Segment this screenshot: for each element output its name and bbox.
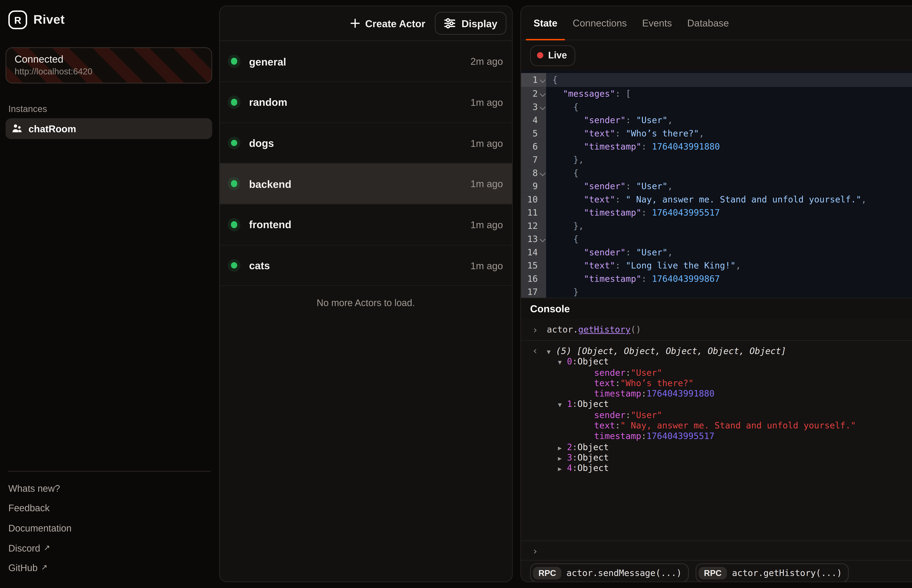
editor-code: } bbox=[546, 286, 912, 298]
status-dot-icon bbox=[231, 181, 237, 187]
sidebar-footer-links: Whats new?FeedbackDocumentationDiscord↗G… bbox=[8, 478, 211, 578]
plus-icon bbox=[350, 18, 360, 29]
fold-chevron-icon[interactable] bbox=[540, 236, 546, 242]
expand-open-icon[interactable]: ▼ bbox=[558, 358, 567, 368]
sidebar-link-documentation[interactable]: Documentation bbox=[8, 519, 211, 538]
console-row: ▶2: Object bbox=[521, 441, 912, 452]
rpc-chip-actor-sendmessage-[interactable]: RPCactor.sendMessage(...) bbox=[530, 564, 689, 582]
expand-closed-icon[interactable]: ▶ bbox=[558, 453, 567, 464]
live-toolbar: Live bbox=[521, 40, 912, 70]
status-dot-icon bbox=[231, 221, 237, 228]
line-number: 14 bbox=[521, 246, 546, 259]
actor-last-seen: 1m ago bbox=[470, 137, 503, 149]
line-number: 2 bbox=[521, 87, 546, 100]
console-prompt[interactable]: › bbox=[521, 541, 912, 560]
sidebar-link-github[interactable]: GitHub↗ bbox=[8, 558, 211, 578]
editor-code: "text": "Long live the King!", bbox=[546, 259, 912, 272]
expand-closed-icon[interactable]: ▶ bbox=[558, 443, 567, 453]
sidebar-divider bbox=[8, 471, 211, 472]
history-method: getHistory bbox=[578, 324, 631, 335]
console-row: ▼1: Object bbox=[521, 399, 912, 409]
line-number: 15 bbox=[521, 259, 546, 272]
console-title: Console bbox=[530, 303, 570, 314]
actor-row-cats[interactable]: cats1m ago bbox=[220, 245, 512, 286]
prompt-icon: › bbox=[521, 324, 547, 335]
prompt-icon: › bbox=[521, 545, 547, 556]
editor-line: 3 { bbox=[521, 100, 912, 113]
actor-row-backend[interactable]: backend1m ago bbox=[220, 164, 512, 205]
editor-line: 4 "sender": "User", bbox=[521, 113, 912, 126]
console-row: ▶3: Object bbox=[521, 452, 912, 463]
external-link-icon: ↗ bbox=[41, 563, 47, 572]
actor-row-random[interactable]: random1m ago bbox=[220, 82, 512, 123]
state-json-editor[interactable]: 1{2 "messages": [3 {4 "sender": "User",5… bbox=[521, 70, 912, 298]
expand-closed-icon[interactable]: ▶ bbox=[558, 464, 567, 475]
external-link-icon: ↗ bbox=[44, 543, 50, 552]
status-dot-icon bbox=[231, 99, 237, 105]
sidebar-link-feedback[interactable]: Feedback bbox=[8, 498, 211, 519]
actor-row-dogs[interactable]: dogs1m ago bbox=[220, 123, 512, 164]
editor-line: 12 }, bbox=[521, 219, 912, 233]
console-history-entry: › actor.getHistory() bbox=[521, 319, 912, 341]
history-args: () bbox=[631, 324, 641, 335]
output-marker-icon: ‹ bbox=[521, 346, 547, 356]
live-badge[interactable]: Live bbox=[530, 45, 575, 66]
fold-chevron-icon[interactable] bbox=[540, 170, 546, 176]
tab-events[interactable]: Events bbox=[634, 6, 680, 40]
editor-code: "timestamp": 1764043991880 bbox=[546, 140, 912, 153]
console-row: ▶4: Object bbox=[521, 463, 912, 473]
editor-line: 10 "text": " Nay, answer me. Stand and u… bbox=[521, 192, 912, 206]
tab-state[interactable]: State bbox=[526, 6, 565, 40]
rivet-logo-icon: R bbox=[8, 10, 27, 29]
editor-line: 16 "timestamp": 1764043999867 bbox=[521, 272, 912, 286]
rpc-method-label: actor.sendMessage(...) bbox=[567, 568, 682, 578]
tab-database[interactable]: Database bbox=[680, 6, 737, 40]
actors-panel: Create Actor Display general2m agorandom… bbox=[219, 6, 513, 582]
status-dot-icon bbox=[231, 58, 237, 65]
tab-list: StateConnectionsEventsDatabase bbox=[526, 6, 736, 40]
fold-chevron-icon[interactable] bbox=[540, 78, 546, 83]
fold-chevron-icon[interactable] bbox=[540, 104, 546, 110]
actor-row-frontend[interactable]: frontend1m ago bbox=[220, 204, 512, 245]
editor-line: 8 { bbox=[521, 166, 912, 179]
editor-line: 15 "text": "Long live the King!", bbox=[521, 259, 912, 272]
display-button[interactable]: Display bbox=[435, 12, 506, 35]
editor-line: 6 "timestamp": 1764043991880 bbox=[521, 140, 912, 153]
console-header: Console bbox=[521, 298, 912, 319]
expand-open-icon[interactable]: ▼ bbox=[547, 347, 556, 358]
link-label: Discord bbox=[8, 543, 40, 553]
console-row: ‹▼(5) [Object, Object, Object, Object, O… bbox=[521, 346, 912, 356]
editor-code: { bbox=[546, 166, 912, 179]
link-label: GitHub bbox=[8, 563, 37, 573]
connection-status-card: Connected http://localhost:6420 bbox=[6, 47, 212, 83]
actor-last-seen: 2m ago bbox=[470, 56, 503, 67]
sidebar-item-instance-chatRoom[interactable]: chatRoom bbox=[6, 118, 212, 139]
history-object: actor. bbox=[547, 324, 578, 335]
instances-label: Instances bbox=[8, 103, 47, 114]
actor-row-general[interactable]: general2m ago bbox=[220, 41, 512, 82]
line-number: 10 bbox=[521, 192, 546, 206]
create-actor-label: Create Actor bbox=[365, 18, 425, 29]
line-number: 17 bbox=[521, 286, 546, 298]
actor-last-seen: 1m ago bbox=[470, 219, 503, 230]
line-number: 5 bbox=[521, 126, 546, 140]
editor-line: 14 "sender": "User", bbox=[521, 246, 912, 259]
editor-code: "messages": [ bbox=[546, 87, 912, 100]
app-root: R Rivet Connected http://localhost:6420 … bbox=[0, 0, 912, 588]
rpc-chip-actor-gethistory-[interactable]: RPCactor.getHistory(...) bbox=[696, 564, 849, 582]
editor-code: "timestamp": 1764043995517 bbox=[546, 206, 912, 219]
inspector-panel: StateConnectionsEventsDatabase Running L… bbox=[520, 6, 912, 582]
sidebar-link-whats-new-[interactable]: Whats new? bbox=[8, 478, 211, 498]
console-row: sender: "User" bbox=[521, 367, 912, 378]
actor-last-seen: 1m ago bbox=[470, 97, 503, 108]
sidebar-link-discord[interactable]: Discord↗ bbox=[8, 538, 211, 558]
brand: R Rivet bbox=[8, 10, 65, 29]
fold-chevron-icon[interactable] bbox=[540, 90, 546, 97]
actors-empty-note: No more Actors to load. bbox=[220, 286, 512, 320]
create-actor-button[interactable]: Create Actor bbox=[343, 14, 432, 33]
console-row: text: "Who’s there?" bbox=[521, 378, 912, 388]
expand-open-icon[interactable]: ▼ bbox=[558, 400, 567, 411]
tab-connections[interactable]: Connections bbox=[565, 6, 634, 40]
actor-name: random bbox=[249, 96, 470, 108]
connection-url: http://localhost:6420 bbox=[15, 67, 203, 76]
